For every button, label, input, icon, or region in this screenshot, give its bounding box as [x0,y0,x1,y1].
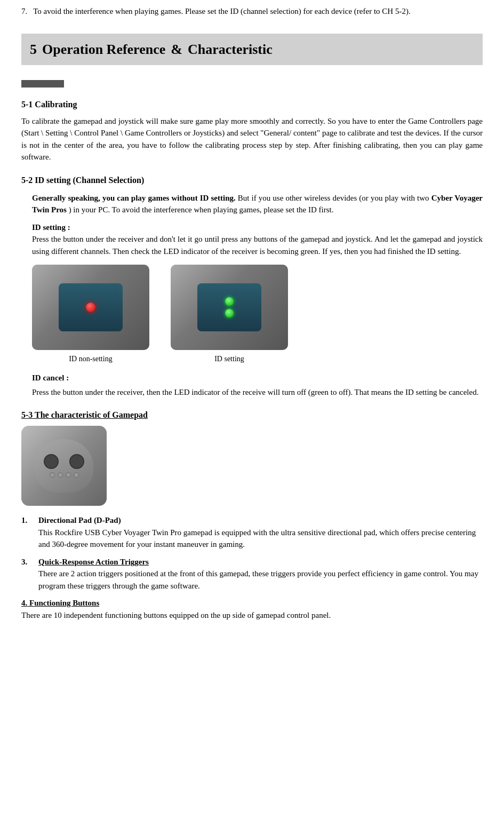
img-non-setting-caption: ID non-setting [69,353,112,364]
id-cancel-label-text: ID cancel : [32,373,69,382]
subsection-5-1: 5-1 Calibrating To calibrate the gamepad… [21,98,483,163]
id-images-row: ID non-setting ID setting [32,265,483,364]
led-green-1 [225,297,234,306]
item4-title: Functioning Buttons [29,599,99,607]
list-item-1: 1. Directional Pad (D-Pad) This Rockfire… [21,514,483,551]
section-5-header: 5 Operation Reference & Characteristic [21,34,483,65]
gamepad-face [35,439,93,492]
subsection-5-2: 5-2 ID setting (Channel Selection) Gener… [21,174,483,399]
item3-title: Quick-Response Action Triggers [38,558,149,566]
list-item-7: 7. To avoid the interference when playin… [21,5,483,18]
item3-body: There are 2 action triggers positioned a… [38,569,478,590]
device-img-non-setting [32,265,149,350]
section-title-2: Characteristic [188,39,273,60]
item7-text: To avoid the interference when playing g… [33,7,410,15]
id-cancel-body: Press the button under the receiver, the… [32,386,483,399]
id-setting-rest1: But if you use other wireless devides (o… [236,194,431,202]
gamepad-eyes [44,454,84,469]
device-img-setting [171,265,288,350]
list-item-4: 4. Functioning Buttons There are 10 inde… [21,597,483,621]
item3-content: Quick-Response Action Triggers There are… [38,556,483,592]
gamepad-eye-left [44,454,59,469]
id-cancel-label: ID cancel : [32,372,483,384]
subsection-5-1-body: To calibrate the gamepad and joystick wi… [21,115,483,163]
gamepad-buttons [50,472,79,478]
item1-content: Directional Pad (D-Pad) This Rockfire US… [38,514,483,551]
item7-number: 7. [21,7,27,15]
gamepad-eye-right [69,454,84,469]
img-non-setting: ID non-setting [32,265,149,364]
id-setting-body: Press the button under the receiver and … [32,233,483,257]
gamepad-btn-4 [74,472,79,478]
device-window-right [197,283,261,331]
led-green-group [225,297,234,317]
item4-body: There are 10 independent functioning but… [21,611,331,619]
gamepad-image [21,426,107,506]
id-setting-rest2: ) in your PC. To avoid the interference … [67,205,334,214]
gamepad-btn-3 [66,472,71,478]
subsection-5-2-title: 5-2 ID setting (Channel Selection) [21,174,483,187]
led-green-2 [225,309,234,317]
section-number: 5 [30,39,37,60]
item1-body: This Rockfire USB Cyber Voyager Twin Pro… [38,528,476,549]
gamepad-btn-1 [50,472,55,478]
subsection-5-3: 5-3 The characteristic of Gamepad 1. Dir… [21,409,483,621]
section-ampersand: & [171,39,182,60]
section-accent [21,80,64,88]
id-setting-intro-para: Generally speaking, you can play games w… [32,192,483,216]
device-window-left [59,283,123,331]
id-setting-intro: Generally speaking, you can play games w… [32,192,483,399]
subsection-5-1-title: 5-1 Calibrating [21,98,483,111]
led-red [86,303,95,312]
item3-num: 3. [21,556,33,592]
item1-num: 1. [21,514,33,551]
id-setting-label: ID setting : [32,221,483,234]
id-setting-label-text: ID setting : [32,223,70,232]
item1-title: Directional Pad (D-Pad) [38,516,121,524]
img-setting-caption: ID setting [214,353,244,364]
gamepad-btn-2 [58,472,63,478]
subsection-5-3-title: 5-3 The characteristic of Gamepad [21,409,483,422]
section-title-1: Operation Reference [42,39,165,60]
img-setting: ID setting [171,265,288,364]
item4-num: 4. [21,599,27,607]
id-setting-bold: Generally speaking, you can play games w… [32,194,236,202]
list-item-3: 3. Quick-Response Action Triggers There … [21,556,483,592]
item4-label: 4. Functioning Buttons [21,599,99,607]
